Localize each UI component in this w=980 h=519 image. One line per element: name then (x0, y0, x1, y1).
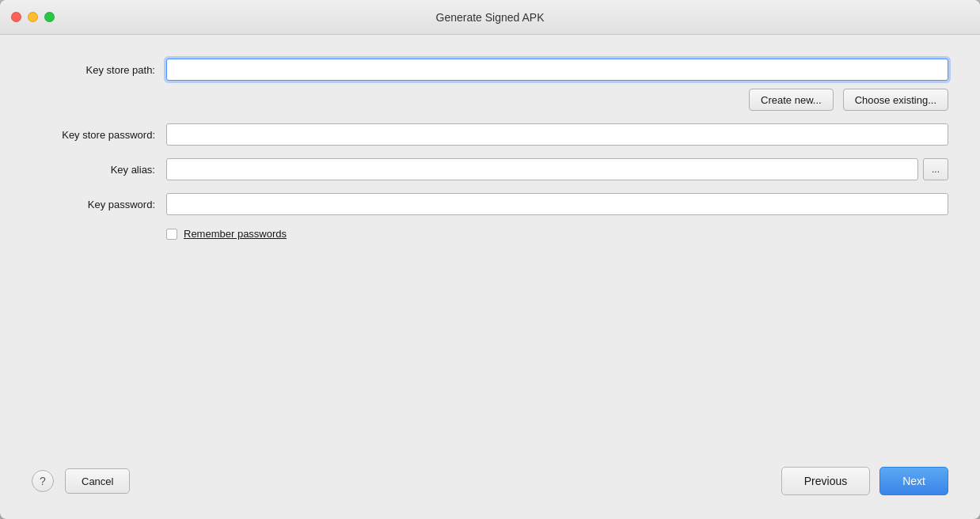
titlebar: Generate Signed APK (0, 0, 980, 35)
key-alias-input-wrapper: ... (166, 158, 948, 180)
footer: ? Cancel Previous Next (32, 454, 948, 503)
form-area: Key store path: Create new... Choose exi… (32, 59, 948, 454)
key-alias-row: Key alias: ... (32, 158, 948, 180)
key-alias-label: Key alias: (32, 164, 166, 176)
help-button[interactable]: ? (32, 470, 54, 492)
next-button[interactable]: Next (879, 467, 948, 495)
main-window: Generate Signed APK Key store path: Crea… (0, 0, 980, 519)
choose-existing-button[interactable]: Choose existing... (843, 89, 948, 111)
close-button[interactable] (11, 12, 21, 22)
footer-left: ? Cancel (32, 468, 130, 494)
footer-right: Previous Next (781, 467, 948, 495)
remember-passwords-row: Remember passwords (166, 228, 948, 240)
window-title: Generate Signed APK (436, 11, 545, 24)
maximize-button[interactable] (44, 12, 55, 22)
previous-button[interactable]: Previous (781, 467, 870, 495)
content-area: Key store path: Create new... Choose exi… (0, 35, 980, 519)
remember-passwords-checkbox[interactable] (166, 229, 177, 240)
traffic-lights (11, 12, 55, 22)
key-password-label: Key password: (32, 199, 166, 210)
keystore-path-input[interactable] (166, 59, 948, 81)
create-new-button[interactable]: Create new... (749, 89, 834, 111)
create-choose-row: Create new... Choose existing... (32, 89, 948, 111)
keystore-password-row: Key store password: (32, 123, 948, 146)
key-password-input[interactable] (166, 193, 948, 215)
minimize-button[interactable] (28, 12, 38, 22)
key-alias-input[interactable] (166, 158, 918, 180)
keystore-path-row: Key store path: (32, 59, 948, 81)
keystore-password-label: Key store password: (32, 129, 166, 141)
cancel-button[interactable]: Cancel (65, 468, 130, 494)
remember-passwords-label: Remember passwords (184, 228, 287, 240)
key-alias-browse-button[interactable]: ... (923, 158, 948, 180)
keystore-path-label: Key store path: (32, 64, 166, 76)
keystore-password-input[interactable] (166, 123, 948, 146)
key-password-row: Key password: (32, 193, 948, 215)
